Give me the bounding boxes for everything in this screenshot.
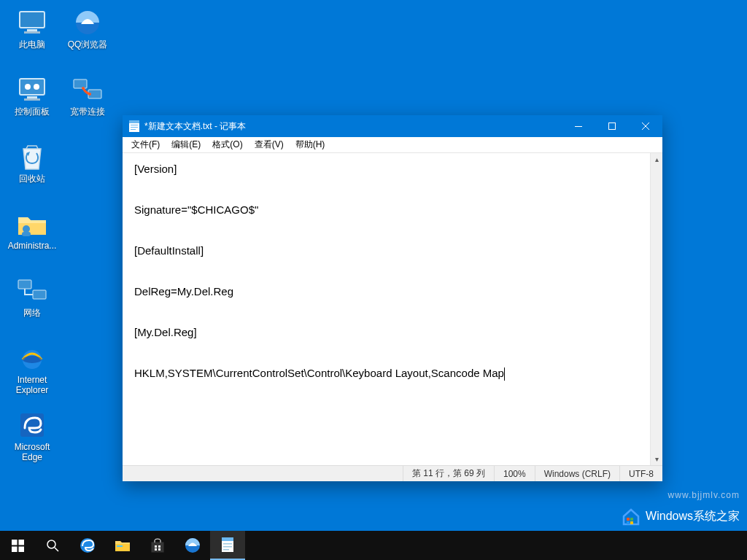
svg-rect-26 (575, 126, 582, 127)
svg-rect-48 (222, 537, 233, 541)
edge-taskbar[interactable] (70, 531, 105, 560)
admin-folder-icon (15, 209, 50, 239)
brand-text: Windows系统之家 (646, 509, 740, 524)
text-line: [DefaultInstall] (134, 241, 638, 261)
svg-rect-25 (131, 129, 136, 130)
menu-查看[interactable]: 查看(V) (249, 137, 290, 152)
file-explorer-taskbar[interactable] (105, 531, 140, 560)
desktop-icon-label: 网络 (23, 308, 41, 318)
pc-desktop-icon[interactable]: 此电脑 (4, 4, 60, 61)
edge-desktop-icon[interactable]: Microsoft Edge (4, 407, 60, 464)
control-panel-icon (15, 74, 50, 105)
text-line: DelReg=My.Del.Reg (134, 281, 638, 302)
svg-rect-12 (33, 290, 46, 299)
text-line: Signature="$CHICAGO$" (134, 200, 638, 220)
text-line (134, 261, 638, 281)
url-watermark: www.bjjmlv.com (668, 490, 740, 500)
notepad-taskbar[interactable] (210, 531, 245, 560)
svg-rect-34 (12, 546, 18, 552)
scroll-track[interactable] (651, 166, 662, 453)
taskbar (0, 531, 747, 560)
svg-rect-11 (18, 280, 31, 289)
svg-point-4 (25, 84, 31, 90)
maximize-button[interactable] (595, 115, 629, 137)
house-icon (621, 506, 641, 526)
svg-point-9 (23, 225, 30, 233)
window-title: *新建文本文档.txt - 记事本 (144, 120, 246, 133)
desktop-icon-label: Administra... (8, 241, 57, 251)
svg-rect-31 (630, 521, 633, 524)
svg-point-14 (23, 356, 42, 363)
svg-rect-50 (223, 546, 232, 548)
admin-folder-desktop-icon[interactable]: Administra... (4, 206, 60, 262)
svg-rect-33 (18, 540, 24, 545)
scroll-up-arrow[interactable]: ▴ (651, 153, 662, 166)
vertical-scrollbar[interactable]: ▴ ▾ (650, 153, 662, 465)
store-taskbar[interactable] (140, 531, 175, 560)
status-eol: Windows (CRLF) (535, 466, 619, 481)
svg-rect-44 (155, 548, 157, 551)
close-button[interactable] (629, 115, 662, 137)
search-button[interactable] (35, 531, 70, 560)
menu-编辑[interactable]: 编辑(E) (166, 137, 206, 152)
desktop-icon-label: 宽带连接 (70, 106, 105, 117)
svg-rect-43 (158, 545, 160, 548)
menu-格式[interactable]: 格式(O) (206, 137, 248, 152)
menu-帮助[interactable]: 帮助(H) (290, 137, 331, 152)
svg-rect-29 (630, 518, 633, 521)
desktop-icon-label: 回收站 (19, 174, 45, 184)
scroll-down-arrow[interactable]: ▾ (651, 453, 662, 465)
svg-point-20 (88, 93, 91, 96)
status-position: 第 11 行，第 69 列 (403, 466, 494, 481)
svg-rect-40 (117, 545, 123, 547)
text-line (134, 179, 638, 200)
text-line: [Version] (134, 159, 638, 179)
text-line (134, 220, 638, 241)
qq-browser-desktop-icon[interactable]: QQ浏览器 (60, 4, 115, 61)
desktop-icon-label: Internet Explorer (4, 375, 60, 395)
svg-rect-45 (158, 548, 160, 551)
svg-point-36 (47, 540, 55, 548)
recycle-bin-icon (15, 141, 50, 172)
broadband-desktop-icon[interactable]: 宽带连接 (60, 71, 115, 128)
svg-rect-23 (131, 125, 138, 125)
broadband-icon (70, 74, 105, 105)
titlebar[interactable]: *新建文本文档.txt - 记事本 (123, 115, 662, 137)
network-desktop-icon[interactable]: 网络 (4, 273, 60, 330)
brand-watermark: Windows系统之家 (621, 506, 740, 526)
edge-icon (15, 410, 50, 440)
control-panel-desktop-icon[interactable]: 控制面板 (4, 71, 60, 128)
svg-point-5 (34, 84, 39, 90)
desktop-icon-label: Microsoft Edge (4, 442, 60, 462)
svg-rect-28 (627, 518, 630, 521)
svg-rect-27 (609, 123, 616, 130)
svg-rect-51 (223, 549, 229, 551)
text-line (134, 343, 638, 363)
svg-rect-32 (12, 540, 18, 545)
svg-rect-0 (20, 12, 44, 28)
network-icon (15, 276, 50, 306)
qq-browser-taskbar[interactable] (175, 531, 210, 560)
svg-rect-42 (155, 545, 157, 548)
menu-文件[interactable]: 文件(F) (125, 137, 166, 152)
svg-rect-30 (627, 521, 630, 524)
svg-rect-24 (131, 127, 138, 128)
ie-desktop-icon[interactable]: Internet Explorer (4, 340, 60, 397)
text-line: HKLM,SYSTEM\CurrentControlSet\Control\Ke… (134, 363, 638, 384)
text-line (134, 302, 638, 322)
svg-rect-6 (27, 96, 37, 98)
svg-rect-35 (18, 546, 24, 552)
start-button[interactable] (0, 531, 35, 560)
svg-rect-49 (223, 543, 232, 545)
svg-rect-17 (74, 79, 87, 88)
desktop-icon-label: QQ浏览器 (68, 39, 108, 50)
menubar: 文件(F)编辑(E)格式(O)查看(V)帮助(H) (123, 137, 662, 153)
statusbar: 第 11 行，第 69 列 100% Windows (CRLF) UTF-8 (123, 465, 662, 481)
text-editor[interactable]: [Version] Signature="$CHICAGO$" [Default… (123, 153, 662, 465)
recycle-bin-desktop-icon[interactable]: 回收站 (4, 139, 60, 195)
ie-icon (15, 343, 50, 373)
desktop-icon-label: 控制面板 (15, 106, 50, 117)
notepad-window: *新建文本文档.txt - 记事本 文件(F)编辑(E)格式(O)查看(V)帮助… (123, 115, 662, 481)
minimize-button[interactable] (562, 115, 595, 137)
svg-rect-1 (27, 29, 37, 31)
